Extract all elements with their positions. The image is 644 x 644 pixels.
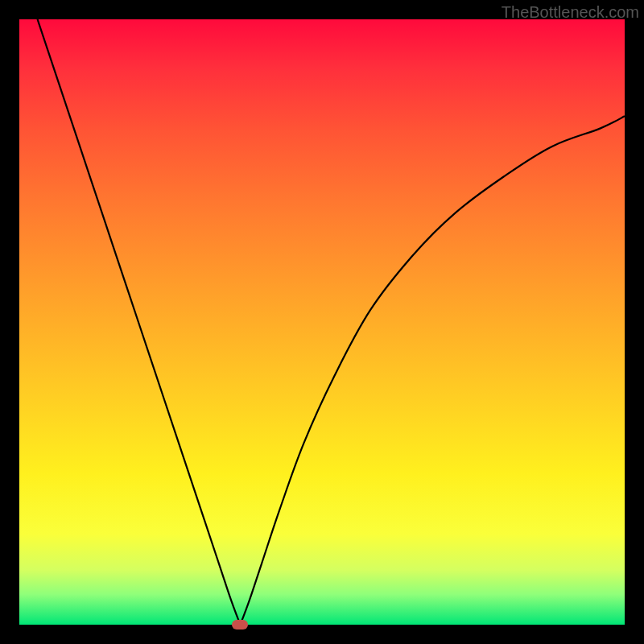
- curve-right: [240, 116, 625, 625]
- watermark-text: TheBottleneck.com: [502, 3, 639, 22]
- curve-left: [38, 19, 241, 625]
- plot-area: [19, 19, 625, 625]
- minimum-marker: [232, 620, 248, 630]
- curve-svg: [19, 19, 625, 625]
